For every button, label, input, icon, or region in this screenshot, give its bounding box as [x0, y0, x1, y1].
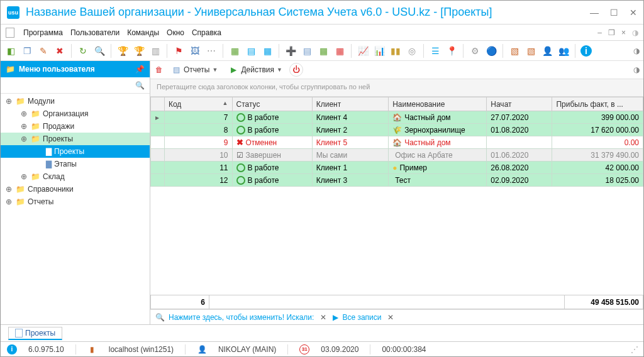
tool-refresh[interactable]: ↻ — [77, 45, 89, 57]
tree-item-проекты[interactable]: ▇Проекты — [1, 145, 150, 158]
column-2[interactable]: Клиент — [312, 97, 388, 111]
mdi-minimize[interactable]: – — [597, 28, 602, 37]
table-row[interactable]: 9✖ОтмененКлиент 5🏠Частный дом0.00 — [151, 136, 643, 149]
tool-color[interactable]: 🔵 — [485, 45, 497, 57]
tool-list[interactable]: ☰ — [429, 45, 441, 57]
window-title: Название Вашей организации - Универсальн… — [26, 6, 492, 19]
tree-item-продажи[interactable]: ⊕📁Продажи — [1, 120, 150, 133]
tool-filter3[interactable]: ▥ — [149, 45, 162, 57]
calendar-icon: 31 — [299, 344, 309, 354]
maximize-button[interactable]: ☐ — [610, 8, 618, 18]
tool-gear[interactable]: ⚙ — [469, 45, 481, 57]
menubar: ПрограммаПользователиКомандыОкноСправка … — [1, 25, 643, 41]
tree-item-справочники[interactable]: ⊕📁Справочники — [1, 183, 150, 195]
total-profit: 49 458 515.00 — [565, 295, 643, 309]
tool-grid2[interactable]: ▤ — [245, 45, 257, 57]
tool-add[interactable]: ➕ — [284, 45, 297, 57]
tool-filter2[interactable]: 🏆 — [133, 45, 145, 57]
mdi-restore[interactable]: ❐ — [608, 28, 615, 37]
tree-item-отчеты[interactable]: ⊕📁Отчеты — [1, 195, 150, 208]
tool-grid1[interactable]: ▦ — [228, 45, 241, 57]
tool-sheet[interactable]: ▤ — [301, 45, 313, 57]
table-row[interactable]: ▸7В работеКлиент 4🏠Частный дом27.07.2020… — [151, 111, 643, 124]
filter-all-link[interactable]: Все записи — [342, 313, 381, 322]
menu-команды[interactable]: Команды — [123, 28, 163, 37]
tool-misc[interactable]: ◎ — [406, 45, 418, 57]
tool-image[interactable]: 🖼 — [189, 45, 201, 57]
column-1[interactable]: Статус — [232, 97, 312, 111]
chevron-down-icon: ▼ — [212, 67, 218, 73]
mdi-close[interactable]: × — [621, 28, 626, 37]
sidebar-title: Меню пользователя — [19, 65, 95, 74]
power-button[interactable]: ⏻ — [289, 63, 303, 77]
filter-clear-1[interactable]: ✕ — [318, 313, 329, 322]
status-info-icon[interactable]: i — [7, 344, 17, 354]
tool-flag[interactable]: ⚑ — [172, 45, 185, 57]
tool-edit[interactable]: ✎ — [37, 45, 50, 57]
tool-pin[interactable]: 📍 — [445, 45, 458, 57]
tree-item-этапы[interactable]: ▇Этапы — [1, 158, 150, 170]
table-row[interactable]: 12В работеКлиент 3Тест02.09.202018 025.0… — [151, 174, 643, 187]
tool-info[interactable]: i — [580, 45, 592, 57]
mdi-extra[interactable]: ◑ — [632, 28, 638, 37]
grid: Код▲СтатусКлиентНаименованиеНачатПрибыль… — [150, 97, 643, 324]
table-row[interactable]: 10☑ЗавершенМы самиОфис на Арбате01.06.20… — [151, 149, 643, 162]
menu-справка[interactable]: Справка — [188, 28, 225, 37]
tool-search[interactable]: 🔍 — [93, 45, 106, 57]
tree-item-склад[interactable]: ⊕📁Склад — [1, 170, 150, 183]
minimize-button[interactable]: — — [590, 8, 599, 18]
status-user: NIKOLAY (MAIN) — [218, 345, 276, 354]
tool-user2[interactable]: 👥 — [557, 45, 570, 57]
table-row[interactable]: 8В работеКлиент 2🌾Зернохранилище01.08.20… — [151, 124, 643, 136]
menu-программа[interactable]: Программа — [19, 28, 67, 37]
tool-new[interactable]: ◧ — [4, 45, 17, 57]
column-5[interactable]: Прибыль факт, в ... — [552, 97, 643, 111]
tab-projects[interactable]: Проекты — [8, 327, 62, 340]
actions-button[interactable]: ▶ Действия ▼ — [225, 63, 286, 76]
sidebar-search[interactable]: 🔍 — [1, 77, 150, 94]
filter-edit-link[interactable]: Нажмите здесь, чтобы изменить! Искали: — [169, 313, 314, 322]
table-row[interactable]: 11В работеКлиент 1●Пример26.08.202042 00… — [151, 162, 643, 174]
tool-stat[interactable]: ▮▮ — [389, 45, 402, 57]
column-4[interactable]: Начат — [487, 97, 552, 111]
menu-окно[interactable]: Окно — [163, 28, 188, 37]
column-0[interactable]: Код▲ — [164, 97, 232, 111]
tool-user1[interactable]: 👤 — [541, 45, 553, 57]
tool-feed[interactable]: ▧ — [525, 45, 537, 57]
tree-item-проекты[interactable]: ⊕📁Проекты — [1, 133, 150, 145]
reports-button[interactable]: ▤ Отчеты ▼ — [167, 63, 221, 76]
content-overflow[interactable]: ◑ — [633, 65, 640, 74]
resize-grip[interactable]: ⋰ — [631, 345, 637, 354]
totals-row: 6 49 458 515.00 — [151, 295, 643, 309]
play-icon: ▶ — [228, 65, 238, 75]
status-server: localhost (win1251) — [109, 345, 174, 354]
tool-excel[interactable]: ▦ — [317, 45, 330, 57]
server-icon: ▮ — [87, 344, 97, 354]
pin-icon[interactable]: 📌 — [135, 65, 145, 74]
tab-label: Проекты — [25, 329, 55, 338]
menu-пользователи[interactable]: Пользователи — [67, 28, 123, 37]
toolbar-overflow[interactable]: ◑ — [633, 47, 640, 55]
main-area: 📁 Меню пользователя 📌 🔍 ⊕📁Модули⊕📁Органи… — [1, 61, 643, 324]
tool-dots[interactable]: ⋯ — [205, 45, 218, 57]
status-date: 03.09.2020 — [321, 345, 358, 354]
tool-filter1[interactable]: 🏆 — [116, 45, 129, 57]
tree-item-организация[interactable]: ⊕📁Организация — [1, 107, 150, 120]
group-bar[interactable]: Перетащите сюда заголовок колонки, чтобы… — [150, 79, 643, 97]
document-icon — [15, 329, 23, 338]
titlebar: usu Название Вашей организации - Универс… — [1, 1, 643, 25]
search-icon: 🔍 — [155, 313, 165, 322]
tree-item-модули[interactable]: ⊕📁Модули — [1, 95, 150, 107]
tool-remove[interactable]: ▦ — [333, 45, 346, 57]
delete-icon[interactable]: 🗑 — [154, 65, 164, 75]
close-button[interactable]: ✕ — [630, 8, 637, 18]
filter-clear-2[interactable]: ✕ — [385, 313, 396, 322]
tool-grid3[interactable]: ▦ — [261, 45, 274, 57]
tool-copy[interactable]: ❐ — [21, 45, 33, 57]
tool-delete[interactable]: ✖ — [53, 45, 66, 57]
tool-rss[interactable]: ▧ — [508, 45, 521, 57]
tool-bar[interactable]: 📊 — [373, 45, 386, 57]
sidebar: 📁 Меню пользователя 📌 🔍 ⊕📁Модули⊕📁Органи… — [1, 61, 150, 324]
tool-chart[interactable]: 📈 — [357, 45, 369, 57]
column-3[interactable]: Наименование — [389, 97, 487, 111]
